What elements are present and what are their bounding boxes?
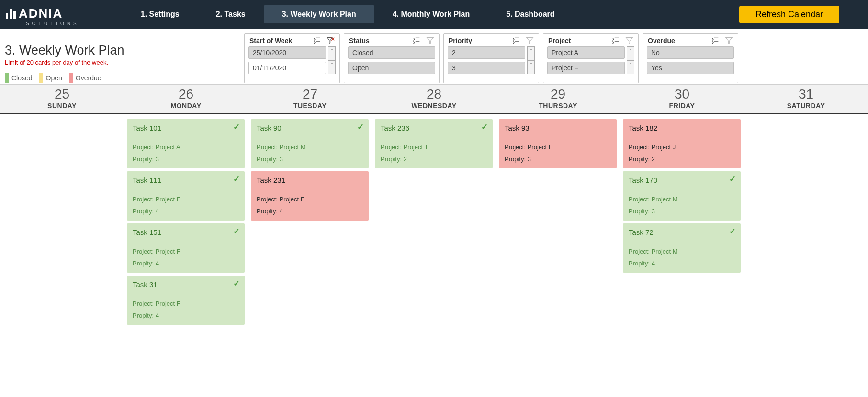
day-header: 29THURSDAY <box>496 85 620 113</box>
day-column: Task 182Project: Project JPropity: 2✓Tas… <box>620 114 744 330</box>
logo: ADNIA SOLUTIONS <box>0 2 89 26</box>
nav-item[interactable]: 2. Tasks <box>198 5 264 23</box>
legend-open: Open <box>39 73 62 83</box>
slicer-option[interactable]: Yes <box>647 62 734 74</box>
slicer-option[interactable]: Closed <box>348 46 435 59</box>
legend-closed: Closed <box>5 73 33 83</box>
day-name: SATURDAY <box>744 102 868 110</box>
overdue-swatch-icon <box>69 73 73 83</box>
day-number: 25 <box>0 87 124 102</box>
slicer-stepper: ˄ ˅ <box>527 46 535 74</box>
task-priority: Propity: 3 <box>629 208 735 215</box>
task-title: Task 182 <box>629 124 735 132</box>
task-card[interactable]: ✓Task 151Project: Project FPropity: 4 <box>127 223 245 273</box>
slicer-option[interactable]: 25/10/2020 <box>248 46 326 59</box>
slicer-option[interactable]: Project F <box>547 62 625 74</box>
slicer-option[interactable]: No <box>647 46 734 59</box>
nav-item[interactable]: 5. Dashboard <box>488 5 573 23</box>
subheader: 3. Weekly Work Plan Limit of 20 cards pe… <box>0 29 868 83</box>
nav-item[interactable]: 1. Settings <box>123 5 198 23</box>
brand-name: ADNIA <box>19 6 63 21</box>
task-priority: Propity: 4 <box>133 260 239 267</box>
task-card[interactable]: ✓Task 236Project: Project TPropity: 2 <box>375 119 493 168</box>
step-up-icon[interactable]: ˄ <box>328 46 336 61</box>
task-priority: Propity: 3 <box>257 155 363 163</box>
filter-icon[interactable] <box>426 36 434 44</box>
slicer-option[interactable]: 3 <box>448 62 525 74</box>
refresh-calendar-button[interactable]: Refresh Calendar <box>739 6 839 23</box>
check-icon: ✓ <box>233 226 240 236</box>
topbar: ADNIA SOLUTIONS 1. Settings2. Tasks3. We… <box>0 0 868 29</box>
day-header: 30FRIDAY <box>620 85 744 113</box>
slicer-overdue: Overdue No Yes <box>643 33 738 83</box>
task-card[interactable]: Task 93Project: Project FPropity: 3 <box>499 119 617 168</box>
slicer-stepper: ˄ ˅ <box>328 46 336 74</box>
task-project: Project: Project F <box>257 196 363 203</box>
task-project: Project: Project F <box>133 196 239 203</box>
filter-icon[interactable] <box>526 36 534 44</box>
day-column <box>0 114 124 330</box>
task-card[interactable]: ✓Task 101Project: Project APropity: 3 <box>127 119 245 168</box>
slicer-option[interactable]: Open <box>348 62 435 74</box>
step-down-icon[interactable]: ˅ <box>527 61 535 75</box>
slicer-label: Priority <box>449 37 472 44</box>
legend: Closed Open Overdue <box>5 73 244 83</box>
task-card[interactable]: ✓Task 72Project: Project MPropity: 4 <box>623 223 741 273</box>
check-icon: ✓ <box>729 226 736 236</box>
slicer-label: Status <box>349 37 370 44</box>
task-title: Task 111 <box>133 176 239 184</box>
slicer-label: Start of Week <box>249 37 292 44</box>
day-column <box>744 114 868 330</box>
title-block: 3. Weekly Work Plan Limit of 20 cards pe… <box>5 33 244 83</box>
slicer-option[interactable]: 01/11/2020 <box>248 62 326 74</box>
day-number: 29 <box>496 87 620 102</box>
task-title: Task 236 <box>381 124 487 132</box>
check-icon: ✓ <box>233 278 240 288</box>
step-up-icon[interactable]: ˄ <box>627 46 634 61</box>
task-card[interactable]: ✓Task 31Project: Project FPropity: 4 <box>127 276 245 325</box>
day-column: ✓Task 236Project: Project TPropity: 2 <box>372 114 496 330</box>
multiselect-icon[interactable] <box>412 36 420 44</box>
filter-icon[interactable] <box>725 36 733 44</box>
day-name: MONDAY <box>124 102 248 110</box>
day-column: ✓Task 90Project: Project MPropity: 3Task… <box>248 114 372 330</box>
day-header: 28WEDNESDAY <box>372 85 496 113</box>
task-title: Task 231 <box>257 176 363 184</box>
day-number: 31 <box>744 87 868 102</box>
brand-subtitle: SOLUTIONS <box>26 21 79 26</box>
task-card[interactable]: Task 182Project: Project JPropity: 2 <box>623 119 741 168</box>
check-icon: ✓ <box>233 174 240 184</box>
task-card[interactable]: Task 231Project: Project FPropity: 4 <box>251 171 369 221</box>
day-header: 27TUESDAY <box>248 85 372 113</box>
multiselect-icon[interactable] <box>711 36 719 44</box>
day-header: 26MONDAY <box>124 85 248 113</box>
day-number: 28 <box>372 87 496 102</box>
legend-overdue: Overdue <box>69 73 101 83</box>
task-project: Project: Project T <box>381 143 487 151</box>
task-title: Task 31 <box>133 280 239 288</box>
nav-item[interactable]: 3. Weekly Work Plan <box>264 5 374 23</box>
task-card[interactable]: ✓Task 170Project: Project MPropity: 3 <box>623 171 741 221</box>
clear-filter-icon[interactable] <box>327 36 335 44</box>
open-swatch-icon <box>39 73 43 83</box>
task-priority: Propity: 2 <box>629 155 735 163</box>
task-card[interactable]: ✓Task 111Project: Project FPropity: 4 <box>127 171 245 221</box>
multiselect-icon[interactable] <box>512 36 520 44</box>
filter-icon[interactable] <box>625 36 633 44</box>
slicer-option[interactable]: Project A <box>547 46 625 59</box>
slicer-option[interactable]: 2 <box>448 46 525 59</box>
step-up-icon[interactable]: ˄ <box>527 46 535 61</box>
task-priority: Propity: 4 <box>629 260 735 267</box>
step-down-icon[interactable]: ˅ <box>627 61 634 75</box>
calendar-body: ✓Task 101Project: Project APropity: 3✓Ta… <box>0 113 868 330</box>
multiselect-icon[interactable] <box>611 36 620 44</box>
calendar-header: 25SUNDAY26MONDAY27TUESDAY28WEDNESDAY29TH… <box>0 84 868 113</box>
nav-item[interactable]: 4. Monthly Work Plan <box>374 5 488 23</box>
closed-swatch-icon <box>5 73 9 83</box>
slicer-label: Overdue <box>648 37 675 44</box>
task-project: Project: Project M <box>629 196 735 203</box>
step-down-icon[interactable]: ˅ <box>328 61 336 75</box>
multiselect-icon[interactable] <box>313 36 321 44</box>
task-priority: Propity: 2 <box>381 155 487 163</box>
task-card[interactable]: ✓Task 90Project: Project MPropity: 3 <box>251 119 369 168</box>
